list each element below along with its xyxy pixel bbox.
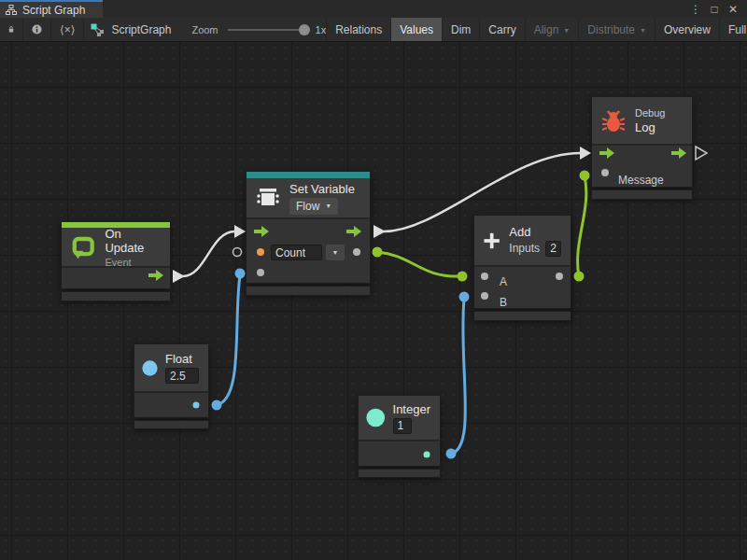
overview-button[interactable]: Overview (655, 18, 720, 41)
window-controls: ⋮ □ ✕ (687, 0, 747, 18)
chevron-down-icon: ▼ (640, 27, 646, 34)
info-icon (32, 23, 42, 35)
tab-script-graph[interactable]: Script Graph (0, 0, 103, 18)
tab-title: Script Graph (22, 4, 85, 17)
wire-end-dot[interactable] (235, 269, 246, 279)
wire-value-add-to-message (578, 176, 586, 276)
values-button[interactable]: Values (391, 18, 443, 41)
code-view-icon: ⟨×⟩ (60, 23, 75, 36)
node-footer (246, 286, 371, 296)
window-menu-icon[interactable]: ⋮ (687, 1, 704, 17)
variable-icon (255, 186, 281, 210)
unconnected-flow-marker[interactable] (696, 147, 707, 160)
wire-end-dot[interactable] (459, 292, 470, 302)
flow-wire-start-cap (374, 225, 386, 238)
integer-type-icon (366, 406, 386, 429)
update-loop-icon (70, 233, 96, 261)
node-title: Float (165, 352, 199, 366)
wire-flow-onupdate-to-setvariable (183, 231, 234, 276)
float-value-field[interactable]: 2.5 (165, 368, 199, 384)
bug-icon (600, 107, 627, 133)
wire-end-dot[interactable] (373, 247, 383, 258)
inputs-label: Inputs (509, 242, 540, 255)
plus-icon (483, 229, 500, 253)
float-type-icon (142, 357, 158, 379)
node-footer (358, 469, 441, 478)
node-title: Set Variable (289, 182, 355, 196)
distribute-button[interactable]: Distribute▼ (579, 18, 655, 41)
inputs-count-field[interactable]: 2 (545, 241, 561, 257)
node-footer (591, 189, 693, 200)
node-debug-log[interactable]: Debug Log Message (591, 96, 693, 188)
lock-button[interactable] (0, 18, 23, 41)
variable-kind-dropdown[interactable]: Flow ▼ (289, 198, 338, 215)
node-float[interactable]: Float 2.5 (134, 343, 209, 418)
fullscreen-button[interactable]: Full Screen (720, 18, 747, 41)
scriptgraph-icon (91, 23, 105, 36)
carry-button[interactable]: Carry (480, 18, 525, 41)
flow-wire-start-cap (173, 270, 185, 283)
chevron-down-icon: ▼ (332, 249, 339, 256)
wire-end-dot[interactable] (212, 400, 222, 411)
zoom-value: 1x (316, 24, 327, 35)
chevron-down-icon: ▼ (325, 203, 331, 209)
wire-end-dot[interactable] (574, 272, 585, 282)
node-title: Log (635, 120, 665, 134)
node-accent-strip (247, 172, 370, 178)
node-title: On Update (105, 227, 161, 255)
toolbar-buttons: Relations Values Dim Carry Align▼ Distri… (327, 18, 747, 41)
lock-icon (8, 23, 14, 35)
zoom-label: Zoom (191, 24, 218, 35)
message-port-label: Message (618, 174, 664, 187)
wire-end-dot[interactable] (446, 449, 457, 459)
wire-end-dot[interactable] (458, 272, 468, 282)
variable-name-dropdown[interactable]: ▼ (326, 245, 345, 260)
node-category: Debug (635, 107, 665, 119)
wire-value-float-to-setvariable (217, 275, 240, 405)
window-close-icon[interactable]: ✕ (725, 1, 741, 17)
flow-wire-arrowhead (580, 147, 591, 160)
align-button[interactable]: Align▼ (526, 18, 580, 41)
toolbar: ⟨×⟩ ScriptGraph Zoom 1x Relations Values… (0, 18, 747, 42)
port-a-label: A (500, 275, 507, 288)
window-maximize-icon[interactable]: □ (706, 1, 723, 17)
wire-value-integer-to-add-b (451, 299, 465, 454)
graph-name-label: ScriptGraph (111, 23, 171, 36)
wire-end-dot[interactable] (580, 171, 590, 181)
node-integer[interactable]: Integer 1 (358, 395, 441, 467)
node-title: Integer (393, 402, 430, 416)
node-on-update[interactable]: On Update Event (61, 221, 171, 289)
info-button[interactable] (23, 18, 51, 41)
node-set-variable[interactable]: Set Variable Flow ▼ Count ▼ (246, 171, 371, 284)
relations-button[interactable]: Relations (327, 18, 391, 41)
flow-wire-arrowhead (234, 225, 246, 238)
node-footer (134, 420, 209, 429)
node-title: Add (509, 225, 561, 239)
dim-button[interactable]: Dim (443, 18, 480, 41)
wire-value-setvariable-to-add-a (377, 252, 461, 276)
unconnected-port-marker[interactable] (233, 248, 242, 257)
graph-hierarchy-icon (6, 5, 17, 15)
node-add[interactable]: Add Inputs 2 A B (473, 215, 571, 309)
port-b-label: B (500, 296, 507, 309)
chevron-down-icon: ▼ (563, 27, 570, 34)
zoom-slider[interactable] (228, 29, 304, 31)
node-footer (473, 311, 571, 321)
variable-name-field[interactable]: Count (271, 245, 322, 260)
graph-canvas[interactable]: On Update Event Set Variable Flow (0, 42, 747, 560)
node-footer (61, 291, 171, 301)
zoom-slider-handle[interactable] (299, 24, 310, 35)
title-bar: Script Graph ⋮ □ ✕ (0, 0, 747, 18)
integer-value-field[interactable]: 1 (393, 418, 412, 434)
toolbar-middle: ScriptGraph Zoom 1x (84, 18, 327, 41)
code-view-button[interactable]: ⟨×⟩ (51, 18, 84, 41)
